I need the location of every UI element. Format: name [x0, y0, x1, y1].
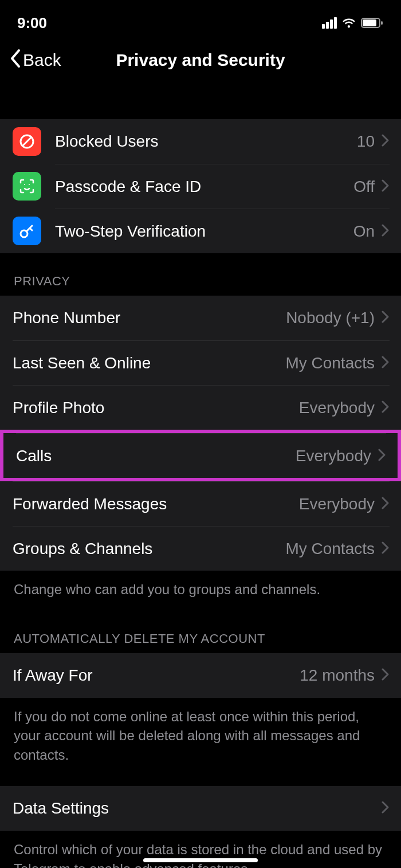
row-blocked-users[interactable]: Blocked Users 10 [0, 119, 401, 164]
svg-point-5 [24, 184, 25, 185]
chevron-right-icon [382, 179, 390, 194]
row-label: Groups & Channels [13, 540, 278, 558]
autodelete-header: AUTOMATICALLY DELETE MY ACCOUNT [0, 611, 401, 653]
svg-line-4 [23, 138, 31, 146]
datasettings-footer: Control which of your data is stored in … [0, 831, 401, 868]
row-label: Calls [16, 447, 289, 465]
chevron-left-icon [9, 49, 21, 72]
chevron-right-icon [382, 497, 390, 512]
chevron-right-icon [382, 541, 390, 556]
faceid-icon [13, 172, 41, 201]
privacy-footer: Change who can add you to groups and cha… [0, 571, 401, 611]
autodelete-section: If Away For 12 months [0, 653, 401, 698]
row-value: Everybody [296, 447, 371, 465]
chevron-right-icon [382, 356, 390, 371]
row-two-step[interactable]: Two-Step Verification On [0, 209, 401, 253]
back-label: Back [23, 50, 61, 70]
home-indicator[interactable] [143, 858, 258, 862]
battery-icon [361, 17, 384, 29]
chevron-right-icon [382, 224, 390, 239]
chevron-right-icon [378, 449, 386, 464]
row-label: Last Seen & Online [13, 354, 278, 372]
row-phone-number[interactable]: Phone Number Nobody (+1) [0, 296, 401, 340]
row-label: Blocked Users [55, 132, 350, 151]
row-label: Passcode & Face ID [55, 178, 347, 196]
chevron-right-icon [382, 801, 390, 816]
row-value: Off [353, 178, 375, 196]
row-forwarded-messages[interactable]: Forwarded Messages Everybody [0, 481, 401, 526]
row-label: If Away For [13, 666, 293, 685]
privacy-header: PRIVACY [0, 253, 401, 296]
row-value: Everybody [299, 495, 375, 513]
key-icon [13, 217, 41, 245]
status-bar: 9:00 [0, 0, 401, 34]
row-last-seen[interactable]: Last Seen & Online My Contacts [0, 340, 401, 385]
chevron-right-icon [382, 400, 390, 415]
status-indicators [322, 17, 384, 29]
row-groups-channels[interactable]: Groups & Channels My Contacts [0, 526, 401, 571]
row-value: My Contacts [285, 354, 375, 372]
svg-rect-1 [363, 19, 376, 26]
datasettings-section: Data Settings [0, 786, 401, 831]
status-time: 9:00 [17, 14, 47, 32]
blocked-icon [13, 127, 41, 156]
row-value: Nobody (+1) [286, 309, 375, 327]
row-value: Everybody [299, 399, 375, 417]
row-label: Phone Number [13, 309, 279, 327]
row-calls[interactable]: Calls Everybody [0, 430, 401, 481]
privacy-section: Phone Number Nobody (+1) Last Seen & Onl… [0, 296, 401, 571]
row-value: My Contacts [285, 540, 375, 558]
row-data-settings[interactable]: Data Settings [0, 786, 401, 831]
row-value: 12 months [300, 666, 375, 685]
row-label: Profile Photo [13, 399, 292, 417]
row-value: On [353, 222, 375, 241]
chevron-right-icon [382, 311, 390, 325]
wifi-icon [341, 17, 356, 29]
row-if-away-for[interactable]: If Away For 12 months [0, 653, 401, 698]
cellular-icon [322, 17, 337, 29]
row-label: Forwarded Messages [13, 495, 292, 513]
chevron-right-icon [382, 134, 390, 149]
row-profile-photo[interactable]: Profile Photo Everybody [0, 385, 401, 430]
nav-bar: Back Privacy and Security [0, 34, 401, 86]
svg-point-6 [29, 184, 30, 185]
back-button[interactable]: Back [9, 49, 61, 72]
row-value: 10 [357, 132, 375, 151]
row-passcode-faceid[interactable]: Passcode & Face ID Off [0, 164, 401, 209]
svg-rect-2 [381, 21, 383, 25]
chevron-right-icon [382, 668, 390, 683]
row-label: Data Settings [13, 799, 375, 818]
autodelete-footer: If you do not come online at least once … [0, 698, 401, 776]
row-label: Two-Step Verification [55, 222, 347, 241]
security-section: Blocked Users 10 Passcode & Face ID Off … [0, 119, 401, 253]
